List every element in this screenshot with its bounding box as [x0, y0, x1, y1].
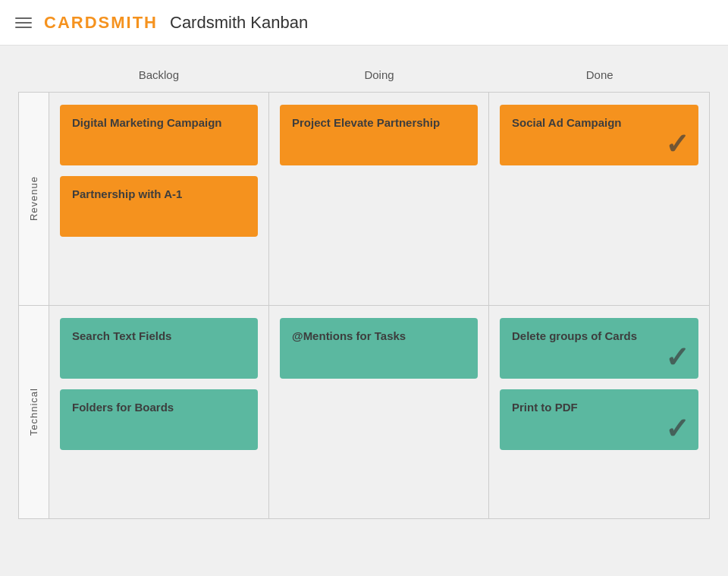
card-folders-boards-text: Folders for Boards — [72, 400, 246, 415]
card-delete-groups-text: Delete groups of Cards — [512, 329, 686, 344]
card-project-elevate[interactable]: Project Elevate Partnership — [280, 105, 478, 165]
cell-technical-backlog: Search Text Fields Folders for Boards — [49, 306, 269, 518]
col-header-backlog: Backlog — [49, 61, 269, 92]
card-project-elevate-text: Project Elevate Partnership — [292, 115, 466, 131]
card-print-pdf-text: Print to PDF — [512, 400, 686, 415]
card-mentions-tasks[interactable]: @Mentions for Tasks — [280, 318, 478, 379]
cell-technical-doing: @Mentions for Tasks — [269, 306, 489, 518]
cell-revenue-backlog: Digital Marketing Campaign Partnership w… — [49, 93, 269, 305]
card-search-text[interactable]: Search Text Fields — [60, 318, 258, 379]
board-row-revenue: Revenue Digital Marketing Campaign Partn… — [19, 93, 709, 306]
card-social-ad[interactable]: Social Ad Campaign ✓ — [500, 105, 698, 165]
kanban-board: Backlog Doing Done Revenue Digital Marke… — [18, 61, 710, 519]
card-digital-marketing[interactable]: Digital Marketing Campaign — [60, 105, 258, 165]
menu-button[interactable] — [12, 14, 35, 31]
card-partnership-a1[interactable]: Partnership with A-1 — [60, 176, 258, 237]
cell-technical-done: Delete groups of Cards ✓ Print to PDF ✓ — [489, 306, 709, 518]
card-folders-boards[interactable]: Folders for Boards — [60, 389, 258, 450]
page-title: Cardsmith Kanban — [170, 13, 308, 33]
checkmark-social-ad: ✓ — [665, 127, 689, 161]
cell-revenue-doing: Project Elevate Partnership — [269, 93, 489, 305]
card-search-text-text: Search Text Fields — [72, 329, 246, 344]
board-grid: Revenue Digital Marketing Campaign Partn… — [18, 92, 710, 519]
row-label-revenue: Revenue — [28, 176, 39, 221]
card-mentions-tasks-text: @Mentions for Tasks — [292, 329, 466, 344]
kanban-main: Backlog Doing Done Revenue Digital Marke… — [0, 46, 728, 534]
board-row-technical: Technical Search Text Fields Folders for… — [19, 306, 709, 518]
col-header-done: Done — [489, 61, 710, 92]
card-digital-marketing-text: Digital Marketing Campaign — [72, 115, 246, 131]
row-label-cell-revenue: Revenue — [19, 93, 49, 305]
card-social-ad-text: Social Ad Campaign — [512, 115, 686, 131]
card-partnership-a1-text: Partnership with A-1 — [72, 187, 246, 202]
row-label-cell-technical: Technical — [19, 306, 49, 518]
app-header: CARDSMITH Cardsmith Kanban — [0, 0, 728, 46]
checkmark-delete-groups: ✓ — [665, 341, 689, 374]
checkmark-print-pdf: ✓ — [665, 412, 689, 445]
row-label-technical: Technical — [28, 388, 39, 436]
card-print-pdf[interactable]: Print to PDF ✓ — [500, 389, 698, 450]
card-delete-groups[interactable]: Delete groups of Cards ✓ — [500, 318, 698, 379]
column-headers: Backlog Doing Done — [18, 61, 710, 92]
cell-revenue-done: Social Ad Campaign ✓ — [489, 93, 709, 305]
col-header-doing: Doing — [269, 61, 490, 92]
app-logo: CARDSMITH — [44, 13, 158, 33]
